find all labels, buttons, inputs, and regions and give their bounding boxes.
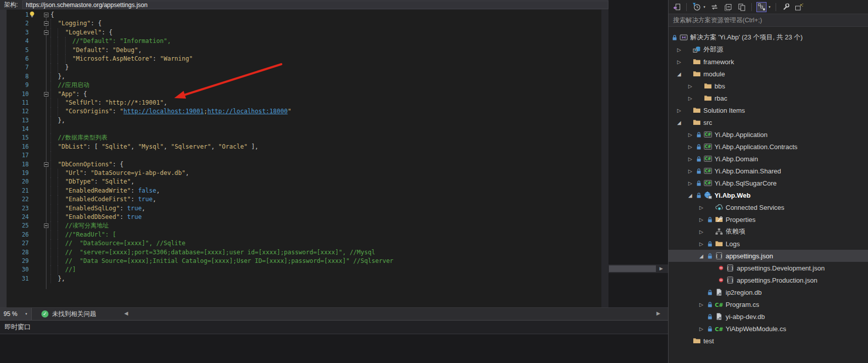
- code-text[interactable]: },: [50, 72, 65, 81]
- code-text[interactable]: "DbList": [ "Sqlite", "Mysql", "Sqlserve…: [50, 143, 259, 151]
- immediate-window-content[interactable]: [0, 334, 668, 363]
- pending-changes-filter-icon[interactable]: [691, 2, 701, 12]
- scroll-left-icon[interactable]: ◀: [124, 310, 128, 316]
- code-line[interactable]: 22"EnabledCodeFirst": true,: [0, 195, 608, 204]
- chevron-collapsed-icon[interactable]: ▷: [699, 302, 707, 307]
- fold-toggle-icon[interactable]: [44, 21, 48, 26]
- tree-item[interactable]: ▷C#Yi.Abp.Application.Contracts: [669, 141, 868, 153]
- code-line[interactable]: 18"DbConnOptions": {: [0, 160, 608, 169]
- collapse-all-icon[interactable]: [723, 2, 733, 12]
- switch-views-icon[interactable]: [672, 2, 682, 12]
- code-text[interactable]: //]: [50, 265, 76, 274]
- solution-explorer-search[interactable]: 搜索解决方案资源管理器(Ctrl+;): [669, 14, 868, 27]
- code-text[interactable]: [50, 151, 58, 160]
- chevron-collapsed-icon[interactable]: ▷: [688, 96, 696, 101]
- code-line[interactable]: 11"SelfUrl": "http://*:19001",: [0, 99, 608, 107]
- code-text[interactable]: "App": {: [50, 90, 87, 99]
- chevron-collapsed-icon[interactable]: ▷: [677, 108, 685, 113]
- tree-item[interactable]: ▷C#YiAbpWebModule.cs: [669, 323, 868, 335]
- tree-item[interactable]: ▷C#Yi.Abp.Domain: [669, 153, 868, 165]
- refresh-icon[interactable]: [709, 2, 720, 12]
- scrollbar-thumb[interactable]: [609, 265, 656, 272]
- zoom-level-select[interactable]: 95 % ▼: [0, 308, 32, 320]
- tree-item[interactable]: ▷Logs: [669, 238, 868, 250]
- caret-down-icon[interactable]: ▼: [768, 6, 771, 9]
- code-text[interactable]: "Url": "DataSource=yi-abp-dev.db",: [50, 169, 189, 177]
- chevron-collapsed-icon[interactable]: ▷: [699, 229, 707, 235]
- chevron-collapsed-icon[interactable]: ▷: [688, 83, 696, 89]
- chevron-expanded-icon[interactable]: ◢: [677, 71, 685, 77]
- code-line[interactable]: 2"Logging": {: [0, 19, 608, 28]
- tree-item[interactable]: ▷外部源: [669, 43, 868, 56]
- code-line[interactable]: 13},: [0, 116, 608, 125]
- code-line[interactable]: 19"Url": "DataSource=yi-abp-dev.db",: [0, 169, 608, 177]
- code-text[interactable]: //应用启动: [50, 81, 89, 89]
- horizontal-scrollbar[interactable]: ▶: [608, 264, 668, 273]
- tree-item[interactable]: ◢module: [669, 68, 868, 80]
- code-text[interactable]: "SelfUrl": "http://*:19001",: [50, 99, 167, 107]
- chevron-collapsed-icon[interactable]: ▷: [699, 205, 707, 210]
- code-line[interactable]: 1{: [0, 11, 608, 19]
- code-text[interactable]: "LogLevel": {: [50, 28, 113, 37]
- lightbulb-icon[interactable]: [29, 11, 35, 18]
- chevron-expanded-icon[interactable]: ◢: [699, 253, 707, 259]
- code-line[interactable]: 29// "Data Source=[xxxx];Initial Catalog…: [0, 257, 608, 265]
- chevron-collapsed-icon[interactable]: ▷: [677, 59, 685, 65]
- code-line[interactable]: 5"Default": "Debug",: [0, 46, 608, 55]
- fold-toggle-icon[interactable]: [44, 30, 48, 35]
- code-line[interactable]: 3"LogLevel": {: [0, 28, 608, 37]
- code-line[interactable]: 7}: [0, 63, 608, 72]
- fold-toggle-icon[interactable]: [44, 162, 48, 167]
- code-line[interactable]: 30//]: [0, 265, 608, 274]
- code-text[interactable]: // "Data Source=[xxxx];Initial Catalog=[…: [50, 257, 393, 265]
- code-lines[interactable]: 1{2"Logging": {3"LogLevel": {4//"Default…: [0, 11, 608, 283]
- tree-item[interactable]: { }appsettings.Production.json: [669, 274, 868, 286]
- tree-item[interactable]: { }appsettings.Development.json: [669, 262, 868, 274]
- code-text[interactable]: "Microsoft.AspNetCore": "Warning": [50, 55, 193, 63]
- code-line[interactable]: 4//"Default": "Information",: [0, 37, 608, 46]
- tree-item[interactable]: ◢Yi.Abp.Web: [669, 189, 868, 201]
- code-text[interactable]: // "server=[xxxx];port=3306;database=[xx…: [50, 248, 375, 257]
- chevron-collapsed-icon[interactable]: ▷: [688, 180, 696, 186]
- code-line[interactable]: 9//应用启动: [0, 81, 608, 89]
- tree-item[interactable]: ▷rbac: [669, 92, 868, 104]
- code-line[interactable]: 14: [0, 125, 608, 133]
- code-line[interactable]: 16"DbList": [ "Sqlite", "Mysql", "Sqlser…: [0, 143, 608, 151]
- code-text[interactable]: "EnabledReadWrite": false,: [50, 187, 160, 195]
- tree-item[interactable]: 解决方案 'Yi.Abp' (23 个项目, 共 23 个): [669, 31, 868, 43]
- tree-item[interactable]: ▷C#Yi.Abp.SqlSugarCore: [669, 177, 868, 189]
- chevron-collapsed-icon[interactable]: ▷: [699, 241, 707, 247]
- code-line[interactable]: 31},: [0, 275, 608, 283]
- chevron-collapsed-icon[interactable]: ▷: [688, 132, 696, 138]
- code-line[interactable]: 15//数据库类型列表: [0, 133, 608, 142]
- tree-item[interactable]: ▷Properties: [669, 213, 868, 225]
- tree-item[interactable]: ▷framework: [669, 56, 868, 68]
- fold-toggle-icon[interactable]: [44, 92, 48, 97]
- code-text[interactable]: //"Default": "Information",: [50, 37, 171, 46]
- chevron-collapsed-icon[interactable]: ▷: [677, 47, 685, 53]
- code-line[interactable]: 12"CorsOrigins": "http://localhost:19001…: [0, 107, 608, 116]
- caret-down-icon[interactable]: ▼: [703, 6, 706, 9]
- chevron-collapsed-icon[interactable]: ▷: [699, 217, 707, 222]
- code-text[interactable]: "EnabledSqlLog": true,: [50, 204, 145, 213]
- tree-item[interactable]: ▷C#Yi.Abp.Application: [669, 128, 868, 141]
- code-text[interactable]: "DbType": "Sqlite",: [50, 177, 134, 186]
- code-text[interactable]: "Logging": {: [50, 19, 101, 28]
- code-text[interactable]: },: [50, 116, 65, 125]
- immediate-window-titlebar[interactable]: 即时窗口: [0, 321, 668, 334]
- tree-item[interactable]: ▷依赖项: [669, 225, 868, 238]
- sync-with-active-document-icon[interactable]: [756, 2, 767, 12]
- code-text[interactable]: "DbConnOptions": {: [50, 160, 124, 169]
- code-text[interactable]: "Default": "Debug",: [50, 46, 142, 55]
- code-editor[interactable]: 1{2"Logging": {3"LogLevel": {4//"Default…: [0, 10, 608, 307]
- chevron-collapsed-icon[interactable]: ▷: [688, 156, 696, 162]
- code-text[interactable]: //数据库类型列表: [50, 133, 108, 142]
- tree-item[interactable]: ▷Connected Services: [669, 201, 868, 213]
- tree-item[interactable]: test: [669, 335, 868, 347]
- tree-item[interactable]: ◢src: [669, 116, 868, 128]
- tree-item[interactable]: ◢{ }appsettings.json: [669, 250, 868, 262]
- code-text[interactable]: "EnabledDbSeed": true: [50, 213, 142, 221]
- fold-toggle-icon[interactable]: [44, 223, 48, 228]
- tree-item[interactable]: ▷C#Yi.Abp.Domain.Shared: [669, 165, 868, 177]
- code-line[interactable]: 28// "server=[xxxx];port=3306;database=[…: [0, 248, 608, 257]
